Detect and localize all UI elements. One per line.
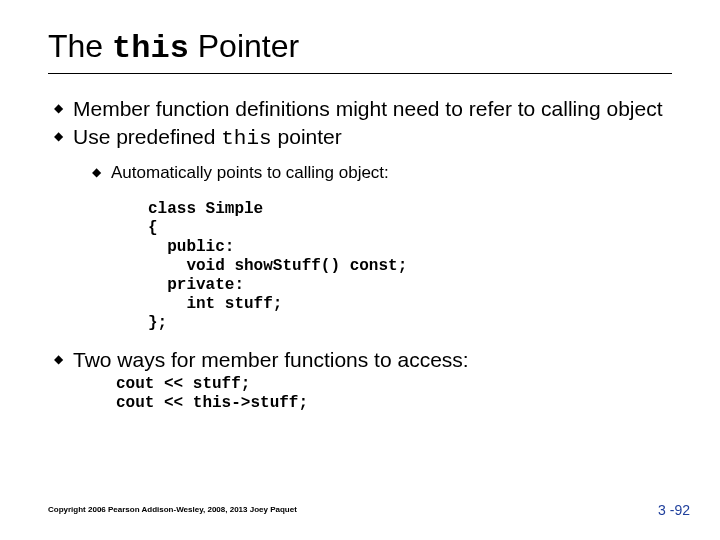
bullet-keyword: this: [221, 127, 271, 150]
bullet-marker-icon: ◆: [54, 124, 63, 148]
bullet-item: ◆ Use predefined this pointer: [54, 124, 672, 152]
bullet-marker-icon: ◆: [54, 347, 63, 371]
page-number: 3 -92: [658, 502, 690, 518]
bullet-list-level-1: ◆ Two ways for member functions to acces…: [54, 347, 672, 373]
bullet-item: ◆ Member function definitions might need…: [54, 96, 672, 122]
bullet-list-level-2: ◆ Automatically points to calling object…: [92, 162, 672, 184]
bullet-item: ◆ Two ways for member functions to acces…: [54, 347, 672, 373]
slide-title: The this Pointer: [48, 28, 672, 74]
code-block: cout << stuff; cout << this->stuff;: [116, 375, 672, 413]
bullet-marker-icon: ◆: [54, 96, 63, 120]
bullet-text: Use predefined this pointer: [73, 124, 342, 152]
title-post: Pointer: [189, 28, 299, 64]
bullet-text: Two ways for member functions to access:: [73, 347, 469, 373]
title-keyword: this: [112, 30, 189, 67]
slide: The this Pointer ◆ Member function defin…: [0, 0, 720, 540]
title-pre: The: [48, 28, 112, 64]
bullet-text: Automatically points to calling object:: [111, 162, 389, 184]
copyright-text: Copyright 2006 Pearson Addison-Wesley, 2…: [48, 505, 297, 514]
bullet-text-post: pointer: [272, 125, 342, 148]
bullet-item: ◆ Automatically points to calling object…: [92, 162, 672, 184]
bullet-marker-icon: ◆: [92, 162, 101, 182]
bullet-text-pre: Use predefined: [73, 125, 221, 148]
bullet-list-level-1: ◆ Member function definitions might need…: [54, 96, 672, 152]
bullet-text: Member function definitions might need t…: [73, 96, 663, 122]
code-block: class Simple { public: void showStuff() …: [148, 200, 672, 333]
